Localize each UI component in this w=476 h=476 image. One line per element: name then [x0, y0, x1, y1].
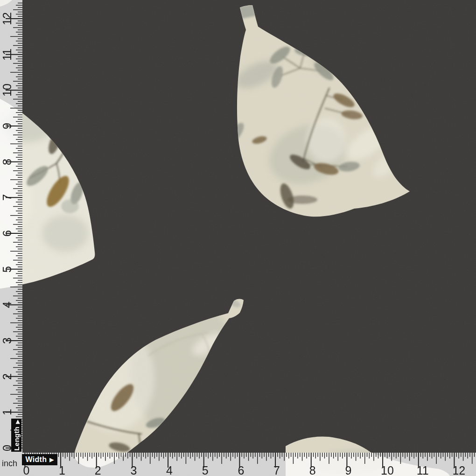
up-arrow-icon: ▶	[14, 420, 20, 424]
ruler-number: 9	[1, 123, 13, 129]
length-ruler: 0123456789101112 Length▶	[0, 0, 22, 453]
ruler-number: 4	[1, 301, 13, 308]
ruler-number: 12	[1, 12, 13, 25]
ruler-number: 2	[1, 373, 13, 380]
ruler-number: 2	[95, 465, 101, 476]
fabric-swatch-mockup: 0123456789101112 Length▶ 012345678910111…	[0, 0, 476, 476]
right-arrow-icon: ▶	[49, 456, 54, 463]
width-ruler: 0123456789101112 Width▶ inch	[0, 453, 476, 476]
ruler-number: 4	[166, 465, 173, 476]
ruler-number: 10	[1, 84, 13, 97]
ruler-number: 11	[417, 465, 429, 476]
length-ruler-ticks	[0, 0, 22, 453]
ruler-number: 8	[1, 159, 13, 165]
ruler-number: 6	[238, 465, 244, 476]
ruler-number: 3	[1, 337, 13, 344]
ruler-number: 5	[1, 266, 13, 273]
ruler-number: 9	[345, 465, 351, 476]
ruler-number: 11	[1, 49, 13, 61]
unit-label: inch	[2, 459, 17, 469]
ruler-number: 7	[273, 465, 280, 476]
length-ruler-label: Length▶	[11, 419, 21, 452]
ruler-number: 8	[309, 465, 316, 476]
ruler-number: 6	[1, 230, 13, 237]
ruler-number: 12	[452, 465, 465, 476]
fabric-pattern	[0, 0, 476, 476]
ruler-number: 7	[1, 194, 13, 201]
width-ruler-label: Width▶	[22, 454, 57, 465]
ruler-number: 0	[23, 465, 29, 476]
length-label-text: Length	[13, 427, 21, 451]
fabric-texture	[0, 0, 476, 476]
ruler-number: 10	[381, 465, 394, 476]
ruler-number: 3	[130, 465, 137, 476]
width-label-text: Width	[26, 455, 47, 464]
ruler-number: 5	[202, 465, 209, 476]
ruler-number: 1	[1, 409, 13, 415]
ruler-number: 1	[59, 465, 65, 476]
